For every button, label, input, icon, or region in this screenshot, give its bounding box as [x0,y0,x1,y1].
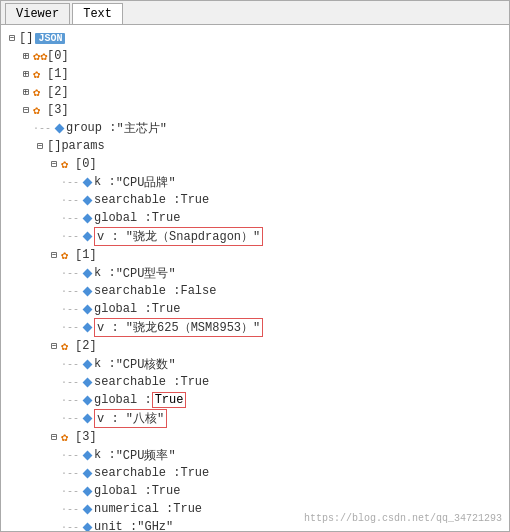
obj-icon-p3: ✿ [61,430,75,445]
tab-viewer[interactable]: Viewer [5,3,70,24]
param-1-node[interactable]: ⊟ ✿ [1] [1,246,509,264]
node-3-toggle[interactable]: ⊟ [19,104,33,116]
param-3-toggle[interactable]: ⊟ [47,431,61,443]
obj-icon-1: ✿ [33,67,47,82]
param-0-searchable: ·-- searchable : True [1,191,509,209]
params-node[interactable]: ⊟ [] params [1,137,509,155]
obj-icon-p0: ✿ [61,157,75,172]
root-toggle[interactable]: ⊟ [5,32,19,44]
param-3-k: ·-- k : "CPU频率" [1,446,509,464]
root-node[interactable]: ⊟ [] JSON [1,29,509,47]
param-2-global: ·-- global : True [1,391,509,409]
param-0-node[interactable]: ⊟ ✿ [0] [1,155,509,173]
node-0[interactable]: ⊞ ✿ [0] [1,47,509,65]
tab-bar: Viewer Text [1,1,509,25]
node-2[interactable]: ⊞ ✿ [2] [1,83,509,101]
param-2-global-value: True [152,392,187,408]
obj-icon-3: ✿ [33,103,47,118]
obj-icon-p1: ✿ [61,248,75,263]
param-2-toggle[interactable]: ⊟ [47,340,61,352]
tree-content[interactable]: ⊟ [] JSON ⊞ ✿ [0] ⊞ ✿ [1] ⊞ ✿ [2] ⊟ [1,25,509,531]
param-1-toggle[interactable]: ⊟ [47,249,61,261]
group-bullet [55,123,65,133]
node-0-toggle[interactable]: ⊞ [19,50,33,62]
group-field: ·-- group : "主芯片" [1,119,509,137]
param-0-v: ·-- v : "骁龙（Snapdragon）" [1,227,509,246]
param-0-toggle[interactable]: ⊟ [47,158,61,170]
tab-text[interactable]: Text [72,3,123,24]
param-2-searchable: ·-- searchable : True [1,373,509,391]
params-toggle[interactable]: ⊟ [33,140,47,152]
param-2-v: ·-- v : "八核" [1,409,509,428]
param-2-k: ·-- k : "CPU核数" [1,355,509,373]
param-3-global: ·-- global : True [1,482,509,500]
param-0-k: ·-- k : "CPU品牌" [1,173,509,191]
param-1-k: ·-- k : "CPU型号" [1,264,509,282]
watermark: https://blog.csdn.net/qq_34721293 [304,513,502,524]
param-0-global: ·-- global : True [1,209,509,227]
node-2-toggle[interactable]: ⊞ [19,86,33,98]
param-1-global: ·-- global : True [1,300,509,318]
obj-icon-2: ✿ [33,85,47,100]
param-2-v-value: v : "八核" [94,409,167,428]
param-3-searchable: ·-- searchable : True [1,464,509,482]
json-tag: JSON [35,33,65,44]
param-1-v: ·-- v : "骁龙625（MSM8953）" [1,318,509,337]
param-1-v-value: v : "骁龙625（MSM8953）" [94,318,263,337]
main-window: Viewer Text ⊟ [] JSON ⊞ ✿ [0] ⊞ ✿ [1] [0,0,510,532]
node-3[interactable]: ⊟ ✿ [3] [1,101,509,119]
node-1-toggle[interactable]: ⊞ [19,68,33,80]
node-1[interactable]: ⊞ ✿ [1] [1,65,509,83]
param-1-searchable: ·-- searchable : False [1,282,509,300]
param-3-node[interactable]: ⊟ ✿ [3] [1,428,509,446]
param-0-v-value: v : "骁龙（Snapdragon）" [94,227,263,246]
obj-icon-p2: ✿ [61,339,75,354]
param-2-node[interactable]: ⊟ ✿ [2] [1,337,509,355]
obj-icon-0: ✿ [33,49,47,64]
